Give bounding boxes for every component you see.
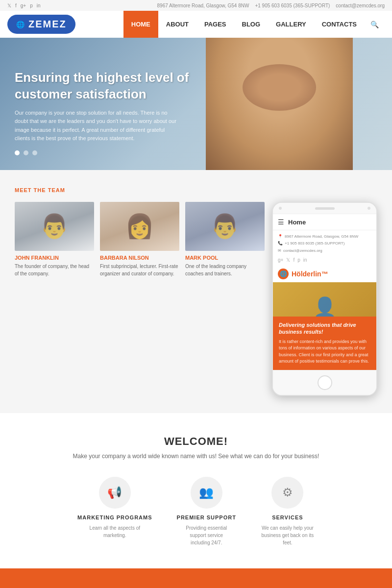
hero-description: Our company is your one stop solution fo… bbox=[15, 109, 176, 143]
marketing-icon: 📢 bbox=[99, 477, 131, 509]
team-photo-3: 👨 bbox=[185, 202, 265, 251]
pinterest-icon[interactable]: p bbox=[30, 3, 33, 8]
twitter-icon[interactable]: 𝕏 bbox=[7, 3, 11, 8]
team-member-3: 👨 MARK POOL One of the leading company c… bbox=[185, 202, 265, 396]
welcome-section: WELCOME! Make your company a world wide … bbox=[0, 413, 392, 568]
nav-item-blog[interactable]: BLOG bbox=[234, 11, 269, 38]
phone-pinterest-icon: p bbox=[297, 257, 300, 263]
social-icons[interactable]: 𝕏 f g+ p in bbox=[7, 3, 41, 8]
phone-info: 📍8967 Altermore Road, Glasgow, G54 8NW 📞… bbox=[273, 230, 376, 257]
phone-email-icon: ✉ bbox=[278, 247, 281, 254]
contact-info: 8967 Altermore Road, Glasgow, G54 8NW +1… bbox=[157, 3, 385, 8]
feature-services-title: SERVICES bbox=[261, 514, 315, 520]
logo-globe-icon: 🌐 bbox=[16, 21, 25, 28]
hero-section: Ensuring the highest level of customer s… bbox=[0, 38, 392, 170]
nav-item-pages[interactable]: PAGES bbox=[196, 11, 234, 38]
phone-sensor bbox=[368, 207, 370, 210]
person-silhouette-2: 👩 bbox=[125, 213, 154, 240]
phone-orange-title: Delivering solutions that drive business… bbox=[279, 321, 370, 336]
email-text: contact@zemcdes.org bbox=[336, 3, 385, 8]
search-icon[interactable]: 🔍 bbox=[365, 21, 385, 28]
phone-facebook-icon: f bbox=[293, 257, 294, 263]
google-plus-icon[interactable]: g+ bbox=[21, 3, 26, 8]
team-desc-1: The founder of company, the head of the … bbox=[15, 263, 94, 277]
phone-person-image bbox=[273, 282, 376, 317]
phone-location-icon: 📍 bbox=[278, 233, 283, 240]
phone-address: 8967 Altermore Road, Glasgow, G54 8NW bbox=[285, 233, 358, 240]
phone-orange-block: Delivering solutions that drive business… bbox=[273, 317, 376, 370]
team-photo-1: 👨 bbox=[15, 202, 94, 251]
phone-twitter-icon: 𝕏 bbox=[286, 257, 290, 263]
phone-text: +1 905 603 6035 (365-SUPPORT) bbox=[255, 3, 330, 8]
team-name-1: JOHN FRANKLIN bbox=[15, 255, 94, 261]
team-member-2: 👩 BARBARA NILSON First subprincipal, lec… bbox=[100, 202, 179, 396]
welcome-title: WELCOME! bbox=[15, 435, 377, 448]
phone-linkedin-icon: in bbox=[303, 257, 307, 263]
phone-call-icon: 📞 bbox=[278, 240, 283, 247]
team-name-3: MARK POOL bbox=[185, 255, 265, 261]
feature-support-title: PREMIER SUPPORT bbox=[177, 514, 236, 520]
address-text: 8967 Altermore Road, Glasgow, G54 8NW bbox=[157, 3, 249, 8]
hero-content: Ensuring the highest level of customer s… bbox=[0, 70, 245, 170]
features-grid: 📢 MARKETING PROGRAMS Learn all the aspec… bbox=[15, 477, 377, 546]
phone-mockup: ☰ Home 📍8967 Altermore Road, Glasgow, G5… bbox=[272, 202, 377, 396]
hero-dots bbox=[15, 150, 230, 155]
top-bar: 𝕏 f g+ p in 8967 Altermore Road, Glasgow… bbox=[0, 0, 392, 11]
feature-support: 👥 PREMIER SUPPORT Providing essential su… bbox=[177, 477, 236, 546]
feature-marketing-desc: Learn all the aspects of marketing. bbox=[88, 524, 142, 539]
phone-email: contact@zemcdes.org bbox=[283, 247, 322, 254]
phone-nav: ☰ Home bbox=[273, 214, 376, 230]
feature-marketing-title: MARKETING PROGRAMS bbox=[77, 514, 152, 520]
facebook-icon[interactable]: f bbox=[15, 3, 17, 8]
team-section: MEET THE TEAM 👨 JOHN FRANKLIN The founde… bbox=[0, 170, 392, 413]
team-grid: 👨 JOHN FRANKLIN The founder of company, … bbox=[15, 202, 377, 396]
logo-text: ZEMEZ bbox=[28, 19, 67, 30]
team-members: 👨 JOHN FRANKLIN The founder of company, … bbox=[15, 202, 265, 396]
phone-google-icon: g+ bbox=[278, 257, 283, 263]
team-photo-2: 👩 bbox=[100, 202, 179, 251]
phone-social-icons: g+ 𝕏 f p in bbox=[273, 257, 376, 266]
hero-dot-3[interactable] bbox=[32, 150, 37, 155]
hamburger-icon: ☰ bbox=[278, 218, 284, 226]
phone-top bbox=[273, 203, 376, 214]
feature-marketing: 📢 MARKETING PROGRAMS Learn all the aspec… bbox=[77, 477, 152, 546]
services-icon: ⚙ bbox=[271, 477, 303, 509]
phone-logo-globe: 🌐 bbox=[278, 269, 289, 279]
phone-phone: +1 905 603 6035 (365-SUPPORT) bbox=[285, 240, 344, 247]
phone-camera bbox=[279, 207, 282, 210]
person-silhouette-3: 👨 bbox=[210, 213, 240, 240]
nav-item-contacts[interactable]: CONTACTS bbox=[314, 11, 365, 38]
phone-nav-title: Home bbox=[288, 219, 306, 226]
team-section-label: MEET THE TEAM bbox=[15, 187, 377, 193]
nav-item-gallery[interactable]: GALLERY bbox=[268, 11, 314, 38]
phone-logo-row: 🌐 Hölderlin™ bbox=[273, 266, 376, 282]
phone-orange-text: It is rather content-rich and provides y… bbox=[279, 339, 370, 365]
feature-support-desc: Providing essential support service incl… bbox=[179, 524, 233, 546]
logo[interactable]: 🌐 ZEMEZ bbox=[7, 15, 75, 34]
phone-logo-text: Hölderlin™ bbox=[292, 270, 328, 278]
phone-speaker bbox=[315, 207, 335, 210]
header: 🌐 ZEMEZ HOME ABOUT PAGES BLOG GALLERY CO… bbox=[0, 11, 392, 38]
welcome-subtitle: Make your company a world wide known nam… bbox=[15, 453, 377, 460]
hero-dot-2[interactable] bbox=[24, 150, 28, 155]
person-silhouette-1: 👨 bbox=[40, 213, 69, 240]
support-icon: 👥 bbox=[191, 477, 222, 509]
phone-bottom bbox=[273, 370, 376, 395]
main-nav: HOME ABOUT PAGES BLOG GALLERY CONTACTS 🔍 bbox=[123, 11, 385, 38]
hero-title: Ensuring the highest level of customer s… bbox=[15, 70, 230, 103]
team-desc-2: First subprincipal, lecturer. First-rate… bbox=[100, 263, 179, 277]
linkedin-icon[interactable]: in bbox=[37, 3, 41, 8]
feature-services-desc: We can easily help your business get bac… bbox=[261, 524, 315, 546]
team-desc-3: One of the leading company coaches and t… bbox=[185, 263, 265, 277]
nav-item-home[interactable]: HOME bbox=[123, 11, 158, 38]
hero-dot-1[interactable] bbox=[15, 150, 20, 155]
feature-services: ⚙ SERVICES We can easily help your busin… bbox=[261, 477, 315, 546]
team-member-1: 👨 JOHN FRANKLIN The founder of company, … bbox=[15, 202, 94, 396]
nav-item-about[interactable]: ABOUT bbox=[158, 11, 196, 38]
team-name-2: BARBARA NILSON bbox=[100, 255, 179, 261]
phone-home-button bbox=[318, 375, 332, 390]
cta-section: Save time, save money, grow and succeed!… bbox=[0, 568, 392, 588]
